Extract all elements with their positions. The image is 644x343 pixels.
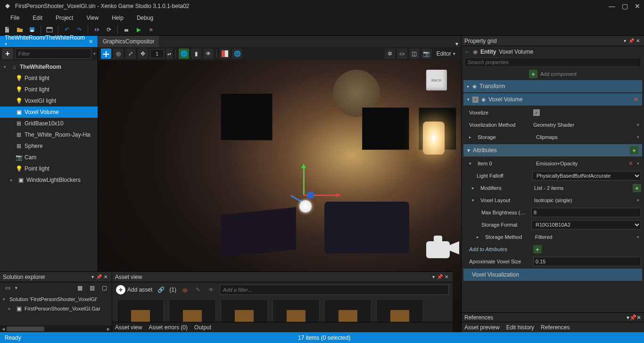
spin-up-down[interactable]: ▴▾ — [166, 49, 173, 59]
tree-item[interactable]: ⊞The_White_Room-Jay-Hardy — [0, 129, 98, 140]
chevron-down-icon[interactable]: ▾ — [635, 161, 641, 166]
globe-blue-button[interactable]: 🌐 — [232, 49, 242, 59]
undo-icon[interactable]: ↶ — [62, 25, 72, 34]
caret-icon[interactable]: ▸ — [469, 135, 475, 139]
build-icon[interactable] — [122, 25, 131, 34]
save-icon[interactable] — [27, 25, 37, 34]
sol-tool3-icon[interactable]: ▢ — [99, 283, 109, 293]
menu-file[interactable]: File — [4, 13, 26, 23]
menu-view[interactable]: View — [80, 13, 105, 23]
asset-filter-input[interactable] — [220, 285, 449, 295]
storage-format-select[interactable]: R10G10B10A2 — [531, 220, 641, 229]
rotate-gizmo-button[interactable]: ◎ — [113, 49, 124, 59]
asset-thumbnail[interactable] — [272, 299, 320, 322]
move-button[interactable]: ✥ — [138, 49, 148, 59]
property-search-input[interactable] — [464, 57, 641, 67]
tab-references[interactable]: References — [541, 324, 570, 331]
tree-item[interactable]: 💡Point light — [0, 84, 98, 95]
cog-icon[interactable]: ✲ — [385, 49, 395, 59]
tabs-overflow-icon[interactable]: ▾ — [453, 41, 461, 47]
prop-value[interactable]: Emission+Opacity — [536, 161, 627, 166]
panel-close-icon[interactable]: ✕ — [102, 274, 109, 279]
delete-component-icon[interactable]: ✕ — [634, 96, 638, 103]
tree-root[interactable]: ▾ ⌂ TheWhiteRoom — [0, 61, 98, 73]
rect2-icon[interactable]: ◫ — [409, 49, 420, 59]
caret-icon[interactable]: ▾ — [469, 161, 475, 166]
panel-close-icon[interactable]: ✕ — [443, 274, 450, 279]
tree-item[interactable]: 💡Point light — [0, 73, 98, 84]
minimize-icon[interactable]: — — [609, 2, 615, 10]
panel-close-icon[interactable]: ✕ — [636, 314, 641, 321]
menu-project[interactable]: Project — [49, 13, 80, 23]
solution-item[interactable]: ▸▣FirstPersonShooter_VoxelGI.Gar — [0, 304, 112, 313]
prop-value[interactable]: Clipmaps — [536, 134, 635, 140]
chevron-down-icon[interactable]: ▾ — [635, 235, 641, 239]
tab-graphics-compositor[interactable]: GraphicsCompositor — [98, 36, 159, 47]
menu-help[interactable]: Help — [105, 13, 130, 23]
add-to-attributes-icon[interactable]: + — [533, 245, 542, 253]
panel-menu-icon[interactable]: ▾ — [430, 274, 437, 279]
tree-item[interactable]: ▸▣WindowLightBlockers — [0, 174, 98, 186]
attributes-header[interactable]: ▾ Attributes + — [463, 144, 642, 156]
maximize-icon[interactable]: ▢ — [622, 2, 628, 10]
panel-menu-icon[interactable]: ▾ — [89, 274, 96, 279]
h-scrollbar[interactable]: ◀ ▶ — [0, 326, 112, 332]
reload-icon[interactable]: ⟳ — [104, 25, 114, 34]
caret-icon[interactable]: ▾ — [3, 297, 8, 302]
orientation-cube[interactable]: BACK — [426, 70, 447, 90]
tree-item-selected[interactable]: ▣Voxel Volume — [0, 106, 98, 118]
rect-icon[interactable]: ▭ — [397, 49, 407, 59]
add-attribute-icon[interactable]: + — [630, 146, 638, 155]
open-folder-icon[interactable] — [15, 25, 25, 34]
snap-value-input[interactable] — [150, 49, 164, 58]
eye-icon[interactable]: 👁 — [206, 285, 216, 294]
new-file-icon[interactable] — [3, 25, 12, 34]
caret-icon[interactable]: ▸ — [8, 306, 13, 311]
section-voxel-volume[interactable]: ▾ ✓ ◈ Voxel Volume ✕ — [463, 93, 642, 106]
caret-icon[interactable]: ▸ — [477, 235, 482, 239]
window-icon[interactable] — [45, 25, 54, 34]
tab-close-icon[interactable]: ✕ — [89, 38, 93, 45]
chevron-down-icon[interactable]: ▾ — [635, 198, 641, 203]
light-falloff-select[interactable]: PhysicallyBasedButNotAccurate — [532, 171, 641, 180]
tab-asset-view[interactable]: Asset view — [115, 324, 142, 331]
caret-icon[interactable]: ▸ — [472, 186, 478, 190]
caret-icon[interactable]: ▸ — [10, 178, 15, 182]
redo-icon[interactable]: ↷ — [74, 25, 84, 34]
close-icon[interactable]: ✕ — [635, 2, 640, 10]
add-asset-button[interactable]: + Add asset — [116, 285, 152, 294]
voxelize-checkbox[interactable]: ✓ — [533, 109, 540, 116]
add-entity-button[interactable]: + — [2, 48, 13, 59]
tab-asset-errors[interactable]: Asset errors (0) — [149, 324, 188, 331]
sol-collapse-icon[interactable]: ▭ — [3, 283, 12, 293]
play-icon[interactable]: ▶ — [134, 25, 143, 34]
cam-icon[interactable]: 📷 — [421, 49, 432, 59]
split-red-button[interactable] — [220, 49, 230, 59]
add-component-button[interactable]: + Add component — [462, 69, 644, 79]
asset-thumbnail[interactable] — [117, 299, 164, 322]
teapot-icon[interactable]: 🫖 — [180, 285, 190, 294]
prop-value[interactable]: Geometry Shader — [533, 122, 635, 128]
tree-item[interactable]: 💡Point light — [0, 163, 98, 174]
menu-debug[interactable]: Debug — [130, 13, 160, 23]
asset-thumbnail[interactable] — [324, 299, 372, 322]
chevron-down-icon[interactable]: ▾ — [15, 286, 17, 290]
panel-toggle[interactable]: ▮ — [191, 49, 201, 59]
prop-value[interactable]: Isotropic (single) — [534, 197, 635, 203]
tab-output[interactable]: Output — [194, 324, 211, 331]
panel-menu-icon[interactable]: ▾ — [621, 38, 628, 43]
tab-asset-preview[interactable]: Asset preview — [464, 324, 500, 331]
tree-item[interactable]: ⊞GridBase10x10 — [0, 118, 98, 129]
world-space-button[interactable]: 🌐 — [179, 49, 189, 59]
scroll-thumb[interactable] — [7, 327, 44, 331]
asset-link-icon[interactable]: 🔗 — [156, 285, 165, 294]
approx-voxel-size-input[interactable] — [533, 257, 641, 266]
pin-icon[interactable]: 📌 — [629, 314, 636, 321]
asset-thumbnail[interactable] — [221, 299, 268, 322]
filter-dropdown-icon[interactable]: ▾ — [93, 51, 96, 56]
sol-tool2-icon[interactable]: ▥ — [87, 283, 97, 293]
back-arrow-icon[interactable]: ← — [464, 49, 470, 55]
asset-thumbnail[interactable] — [376, 299, 423, 322]
vs-icon[interactable] — [92, 25, 101, 34]
solution-root[interactable]: ▾Solution 'FirstPersonShooter_VoxelGI' — [0, 294, 112, 304]
